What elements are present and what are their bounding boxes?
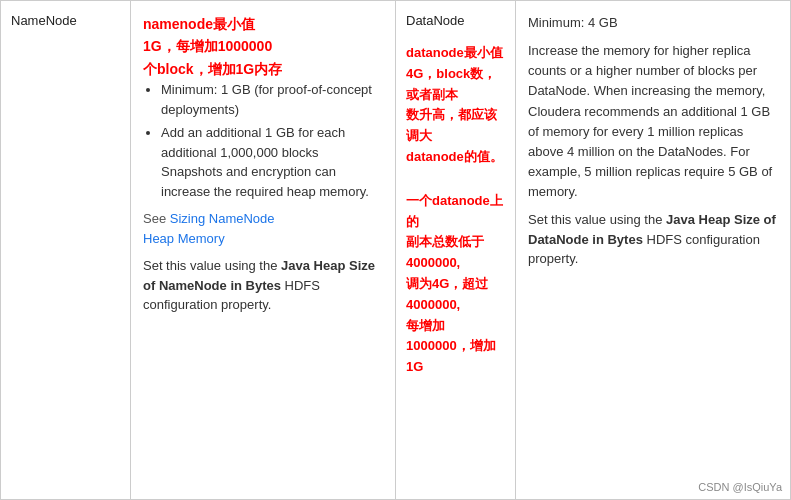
namenode-header: NameNode: [1, 1, 131, 499]
datanode-main-text: Increase the memory for higher replica c…: [528, 41, 778, 202]
datanode-min-text: Minimum: 4 GB: [528, 13, 778, 33]
namenode-bullet-1: Minimum: 1 GB (for proof-of-concept depl…: [161, 80, 383, 119]
datanode-set-value: Set this value using the Java Heap Size …: [528, 210, 778, 269]
right-panel: DataNode datanode最小值4G，block数，或者副本数升高，都应…: [396, 1, 790, 499]
namenode-java-heap-bold: Java Heap Size of NameNode in Bytes: [143, 258, 375, 293]
namenode-annotation: namenode最小值1G，每增加1000000个block，增加1G内存: [143, 13, 383, 80]
namenode-content: namenode最小值1G，每增加1000000个block，增加1G内存 Mi…: [131, 1, 395, 499]
see-label: See: [143, 211, 170, 226]
datanode-header-col: DataNode datanode最小值4G，block数，或者副本数升高，都应…: [396, 1, 516, 499]
namenode-label: NameNode: [11, 13, 77, 28]
namenode-set-value: Set this value using the Java Heap Size …: [143, 256, 383, 315]
namenode-bullet-2: Add an additional 1 GB for each addition…: [161, 123, 383, 201]
namenode-see-section: See Sizing NameNodeHeap Memory: [143, 209, 383, 248]
namenode-bullet-list: Minimum: 1 GB (for proof-of-concept depl…: [143, 80, 383, 201]
datanode-java-heap-bold: Java Heap Size of DataNode in Bytes: [528, 212, 776, 247]
datanode-label: DataNode: [406, 13, 465, 28]
datanode-annotation1: datanode最小值4G，block数，或者副本数升高，都应该调大datano…: [406, 43, 505, 168]
datanode-annotation2: 一个datanode上的副本总数低于4000000,调为4G，超过4000000…: [406, 191, 505, 378]
datanode-content: Minimum: 4 GB Increase the memory for hi…: [516, 1, 790, 499]
watermark: CSDN @IsQiuYa: [698, 481, 782, 493]
left-panel: NameNode namenode最小值1G，每增加1000000个block，…: [1, 1, 396, 499]
